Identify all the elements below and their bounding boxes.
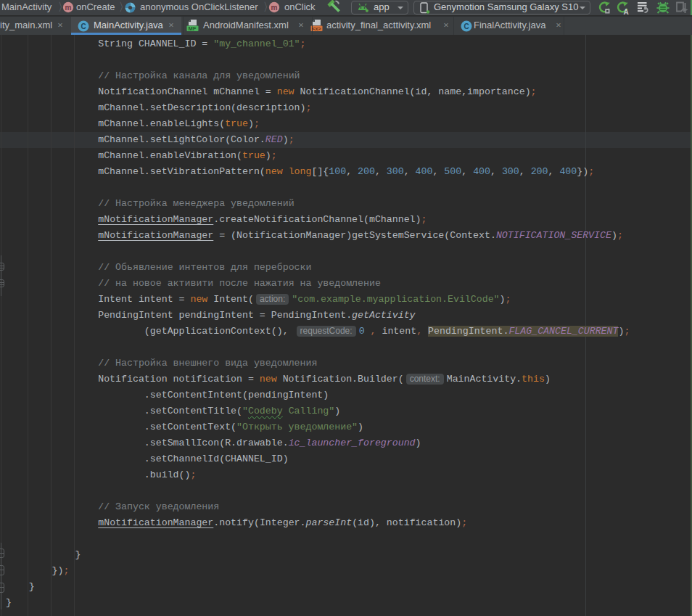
svg-text:C: C <box>81 22 86 30</box>
svg-text:<x>: <x> <box>312 26 321 31</box>
svg-text:MF: MF <box>189 25 197 32</box>
svg-text:A: A <box>623 8 628 15</box>
svg-text:C: C <box>464 22 469 30</box>
svg-text:m: m <box>271 4 278 12</box>
svg-text:m: m <box>65 4 72 12</box>
